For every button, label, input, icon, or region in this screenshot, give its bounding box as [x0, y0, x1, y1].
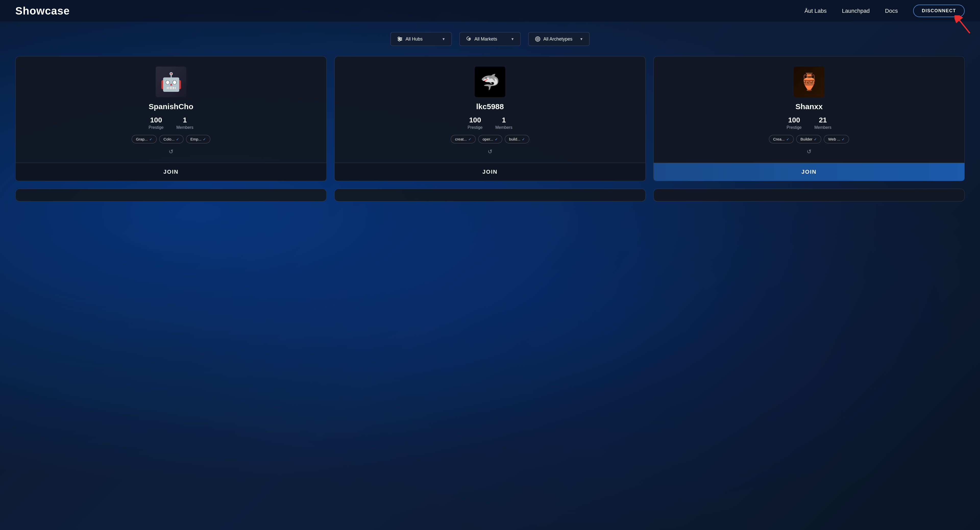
prestige-stat-spanishcho: 100 Prestige: [148, 116, 164, 130]
stats-spanishcho: 100 Prestige 1 Members: [148, 116, 193, 130]
members-label-spanishcho: Members: [177, 125, 193, 130]
all-archetypes-label: All Archetypes: [543, 36, 573, 42]
username-lkc5988: lkc5988: [476, 102, 504, 111]
header: Showcase Āut Labs Launchpad Docs DISCONN…: [0, 0, 980, 22]
card-bottom-lkc5988: JOIN: [334, 163, 646, 181]
join-button-spanishcho[interactable]: JOIN: [16, 163, 326, 181]
tag-crea[interactable]: Crea... ✓: [769, 135, 794, 143]
username-spanishcho: SpanishCho: [148, 102, 193, 111]
prestige-stat-lkc5988: 100 Prestige: [468, 116, 483, 130]
avatar-spanishcho: [156, 67, 186, 97]
all-hubs-dropdown[interactable]: All Hubs ▼: [390, 32, 452, 46]
all-archetypes-dropdown[interactable]: All Archetypes ▼: [528, 32, 590, 46]
check-icon: ✓: [522, 137, 525, 141]
partial-card-3: [653, 189, 965, 202]
tag-colo[interactable]: Colo... ✓: [159, 135, 183, 143]
tags-shanxx: Crea... ✓ Builder ✓ Web ... ✓: [769, 135, 850, 143]
tag-label: creat...: [455, 137, 467, 141]
nav-aut-labs[interactable]: Āut Labs: [804, 8, 827, 14]
cards-grid: SpanishCho 100 Prestige 1 Members Grap..…: [15, 56, 965, 181]
hub-card-lkc5988: lkc5988 100 Prestige 1 Members creat... …: [334, 56, 646, 163]
members-stat-shanxx: 21 Members: [815, 116, 832, 130]
card-wrapper-spanishcho: SpanishCho 100 Prestige 1 Members Grap..…: [15, 56, 327, 181]
partial-card-2: [334, 189, 646, 202]
members-stat-lkc5988: 1 Members: [495, 116, 512, 130]
check-icon: ✓: [176, 137, 179, 141]
partial-cards-row: [15, 189, 965, 202]
all-hubs-label: All Hubs: [406, 36, 423, 42]
check-icon: ✓: [495, 137, 498, 141]
hub-card-shanxx: Shanxx 100 Prestige 21 Members Crea... ✓: [653, 56, 965, 163]
prestige-value-shanxx: 100: [788, 116, 800, 124]
tag-emp[interactable]: Emp... ✓: [186, 135, 210, 143]
avatar-lkc5988: [475, 67, 505, 97]
target-icon: [535, 36, 541, 42]
username-shanxx: Shanxx: [795, 102, 823, 111]
check-icon: ✓: [814, 137, 817, 141]
card-bottom-shanxx: JOIN: [653, 163, 965, 181]
chevron-down-icon: ▼: [442, 37, 445, 41]
nav-docs[interactable]: Docs: [885, 8, 898, 14]
members-stat-spanishcho: 1 Members: [177, 116, 193, 130]
tag-label: oper...: [483, 137, 493, 141]
tag-label: Emp...: [190, 137, 201, 141]
check-icon: ✓: [786, 137, 789, 141]
spiral-icon: [466, 36, 472, 42]
chevron-down-icon: ▼: [579, 37, 583, 41]
tag-web[interactable]: Web ... ✓: [824, 135, 849, 143]
card-bottom-spanishcho: JOIN: [15, 163, 327, 181]
card-wrapper-shanxx: Shanxx 100 Prestige 21 Members Crea... ✓: [653, 56, 965, 181]
members-value-spanishcho: 1: [183, 116, 187, 124]
members-value-shanxx: 21: [819, 116, 827, 124]
avatar-shanxx: [794, 67, 824, 97]
partial-card-1: [15, 189, 327, 202]
prestige-stat-shanxx: 100 Prestige: [787, 116, 802, 130]
tag-creat[interactable]: creat... ✓: [451, 135, 476, 143]
sliders-icon: [397, 36, 403, 42]
tag-builder[interactable]: Builder ✓: [796, 135, 821, 143]
tag-build[interactable]: build... ✓: [505, 135, 529, 143]
prestige-label-lkc5988: Prestige: [468, 125, 483, 130]
tags-lkc5988: creat... ✓ oper... ✓ build... ✓: [451, 135, 529, 143]
tag-grap[interactable]: Grap... ✓: [132, 135, 157, 143]
tag-oper[interactable]: oper... ✓: [478, 135, 502, 143]
all-markets-dropdown[interactable]: All Markets ▼: [460, 32, 520, 46]
main-nav: Āut Labs Launchpad Docs DISCONNECT: [804, 5, 965, 17]
svg-point-5: [398, 37, 400, 38]
nav-launchpad[interactable]: Launchpad: [842, 8, 870, 14]
members-label-shanxx: Members: [815, 125, 832, 130]
tag-label: Colo...: [164, 137, 175, 141]
members-value-lkc5988: 1: [502, 116, 506, 124]
refresh-icon-spanishcho[interactable]: ↺: [169, 148, 173, 155]
prestige-value-spanishcho: 100: [150, 116, 162, 124]
svg-point-11: [537, 38, 538, 40]
card-wrapper-lkc5988: lkc5988 100 Prestige 1 Members creat... …: [334, 56, 646, 181]
svg-point-6: [400, 38, 401, 40]
prestige-label-spanishcho: Prestige: [148, 125, 164, 130]
join-button-lkc5988[interactable]: JOIN: [334, 163, 646, 181]
filter-bar: All Hubs ▼ All Markets ▼: [15, 32, 965, 46]
tag-label: build...: [509, 137, 520, 141]
svg-point-8: [469, 39, 469, 40]
members-label-lkc5988: Members: [495, 125, 512, 130]
svg-point-7: [399, 40, 400, 41]
tag-label: Web ...: [828, 137, 840, 141]
prestige-value-lkc5988: 100: [469, 116, 481, 124]
check-icon: ✓: [203, 137, 206, 141]
chevron-down-icon: ▼: [511, 37, 514, 41]
stats-lkc5988: 100 Prestige 1 Members: [468, 116, 512, 130]
all-markets-label: All Markets: [474, 36, 497, 42]
hub-card-spanishcho: SpanishCho 100 Prestige 1 Members Grap..…: [15, 56, 327, 163]
main-content: All Hubs ▼ All Markets ▼: [0, 22, 980, 212]
app-logo: Showcase: [15, 5, 70, 17]
check-icon: ✓: [842, 137, 845, 141]
prestige-label-shanxx: Prestige: [787, 125, 802, 130]
tag-label: Builder: [800, 137, 813, 141]
disconnect-button[interactable]: DISCONNECT: [913, 5, 965, 17]
tags-spanishcho: Grap... ✓ Colo... ✓ Emp... ✓: [132, 135, 210, 143]
tag-label: Crea...: [773, 137, 785, 141]
refresh-icon-shanxx[interactable]: ↺: [807, 148, 811, 155]
join-button-shanxx[interactable]: JOIN: [654, 163, 964, 181]
refresh-icon-lkc5988[interactable]: ↺: [488, 148, 492, 155]
stats-shanxx: 100 Prestige 21 Members: [787, 116, 831, 130]
